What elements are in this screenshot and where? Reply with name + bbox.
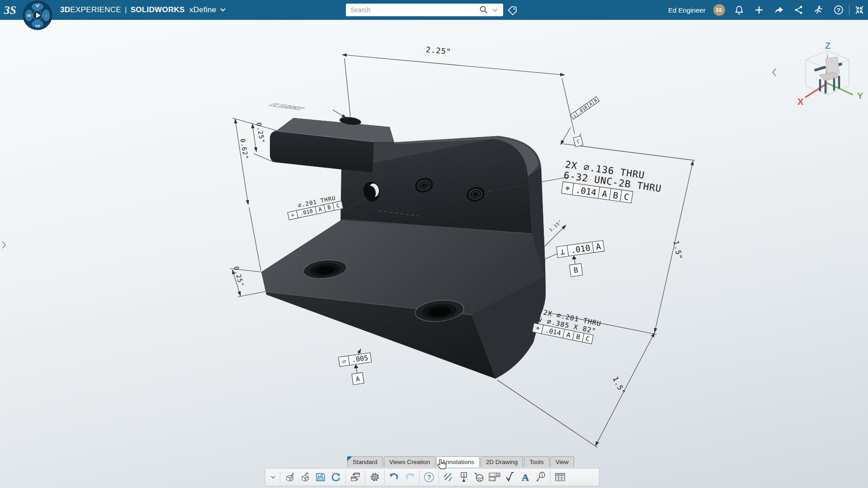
search-bar[interactable] <box>346 4 503 16</box>
export-button[interactable] <box>297 469 313 485</box>
toolbar-separator <box>550 470 551 484</box>
bell-icon <box>734 5 744 15</box>
datum-tag-a[interactable]: A <box>351 372 364 385</box>
balloon-number: 1 <box>541 473 543 477</box>
fullscreen-button[interactable] <box>853 0 866 20</box>
svg-text:ЗS: ЗS <box>4 4 16 16</box>
3d-viewport[interactable]: 2.25" 0.25" 0.62" 0.25" 1.5" 1.5" 1.15° … <box>0 0 868 488</box>
surface-finish-button[interactable] <box>502 469 518 485</box>
refresh-icon <box>330 471 342 483</box>
topbar-divider <box>849 5 849 15</box>
triad-x-label[interactable]: X <box>797 97 804 107</box>
transfer-icon <box>349 471 361 483</box>
triad-z-label[interactable]: Z <box>825 41 830 51</box>
notifications-button[interactable] <box>732 0 746 20</box>
brand-experience: EXPERIENCE <box>70 5 121 14</box>
toolbar-help-button[interactable]: ? <box>421 469 437 485</box>
gdt-datum: A <box>598 187 611 200</box>
tab-view[interactable]: View <box>550 456 574 467</box>
geometric-tolerance-button[interactable]: ⊥.3 A ▱.2 <box>487 469 502 485</box>
bracket-part[interactable] <box>261 116 546 379</box>
undo-button[interactable] <box>387 469 402 485</box>
datum-target-icon: A1 <box>473 471 485 483</box>
datum-feature-button[interactable]: A <box>456 469 472 485</box>
compass-vr-label: V.R <box>35 24 40 28</box>
panel-expander-icon[interactable] <box>1 239 7 250</box>
note-button[interactable]: A <box>518 469 533 485</box>
mouse-cursor-hand <box>435 459 447 473</box>
gear-icon <box>369 471 381 483</box>
app-switcher-chevron-icon[interactable] <box>219 6 226 14</box>
tab-standard[interactable]: Standard <box>347 456 383 467</box>
add-content-button[interactable] <box>752 0 766 20</box>
datum-stem <box>574 259 576 264</box>
tab-tools[interactable]: Tools <box>524 456 549 467</box>
search-input[interactable] <box>346 6 479 14</box>
cad-scene <box>0 0 868 488</box>
user-name[interactable]: Ed Engineer <box>668 0 706 20</box>
title-divider: | <box>125 5 127 14</box>
settings-button[interactable] <box>367 469 382 485</box>
import-icon <box>284 471 296 483</box>
help-icon: ? <box>833 5 844 15</box>
share-nodes-icon <box>794 5 804 15</box>
tag-icon <box>508 5 519 15</box>
svg-text:?: ? <box>837 7 840 14</box>
brand-3d: 3D <box>60 5 70 14</box>
save-icon <box>315 471 326 483</box>
callout-flatness-a[interactable]: ▱ .005 A <box>338 352 375 386</box>
gdt-datum: C <box>582 333 593 344</box>
transfer-button[interactable] <box>348 469 363 485</box>
export-icon <box>299 471 311 483</box>
product-name: SOLIDWORKS <box>131 5 185 14</box>
fullscreen-icon <box>854 5 864 15</box>
note-icon: A <box>519 471 531 483</box>
share-button[interactable] <box>772 0 786 20</box>
save-button[interactable] <box>313 469 328 485</box>
3dexperience-compass[interactable]: 3D i V.R <box>23 0 52 31</box>
datum-target-button[interactable]: A1 <box>472 469 487 485</box>
plus-icon <box>754 5 764 15</box>
search-options-chevron-icon[interactable] <box>491 5 500 14</box>
compass-3d-label: 3D <box>27 14 31 17</box>
geometric-tolerance-icon: ⊥.3 A ▱.2 <box>488 471 501 483</box>
table-icon <box>554 471 566 483</box>
chevron-down-icon <box>270 474 276 480</box>
toolbar-collapse-button[interactable] <box>268 469 278 485</box>
person-jump-icon <box>813 5 824 15</box>
app-name[interactable]: xDefine <box>189 5 217 14</box>
collaborate-button[interactable] <box>792 0 806 20</box>
tab-views-creation[interactable]: Views Creation <box>384 456 436 467</box>
avatar[interactable]: EE <box>713 4 725 16</box>
tab-2d-drawing[interactable]: 2D Drawing <box>481 456 524 467</box>
target-label: A1 <box>478 478 481 482</box>
3ds-logo[interactable]: ЗS <box>4 3 19 17</box>
datum-feature-icon: A <box>458 471 470 483</box>
undo-icon <box>388 471 400 483</box>
dimension-icon <box>443 471 454 483</box>
gdt-datum: C <box>333 201 343 210</box>
top-bar: ЗS 3D i V.R 3DEXPERIENCE | SOLIDWORKS xD… <box>0 0 868 20</box>
table-button[interactable] <box>552 469 568 485</box>
toolbar-separator <box>280 470 280 484</box>
help-icon: ? <box>423 471 435 483</box>
surface-finish-icon <box>504 471 516 483</box>
search-icon[interactable] <box>479 5 489 15</box>
redo-icon <box>404 471 415 483</box>
datum-tag-b[interactable]: B <box>569 263 582 277</box>
compass-i-label: i <box>46 14 47 18</box>
refresh-button[interactable] <box>328 469 344 485</box>
communities-button[interactable] <box>812 0 826 20</box>
geotol-row2: ▱.2 <box>490 478 495 481</box>
tag-button[interactable] <box>506 0 520 20</box>
share-arrow-icon <box>774 5 784 15</box>
callout-perpendicularity-b[interactable]: ⊥ .010 A B <box>556 240 608 278</box>
view-triad[interactable]: Z X Y <box>792 40 864 110</box>
help-button[interactable]: ? <box>832 0 845 20</box>
balloon-button[interactable]: 1 <box>533 469 548 485</box>
triad-collapse-chevron-icon[interactable] <box>771 68 778 77</box>
redo-button[interactable] <box>402 469 417 485</box>
gdt-datum: C <box>620 190 633 203</box>
triad-y-label[interactable]: Y <box>857 91 863 101</box>
import-button[interactable] <box>282 469 297 485</box>
